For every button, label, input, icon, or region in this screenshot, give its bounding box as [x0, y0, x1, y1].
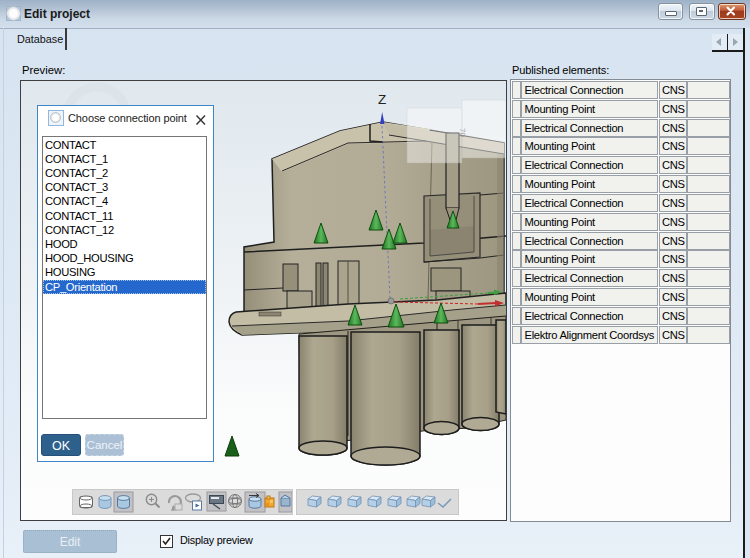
svg-text:Z: Z — [378, 92, 386, 107]
svg-text:70: 70 — [458, 128, 467, 137]
